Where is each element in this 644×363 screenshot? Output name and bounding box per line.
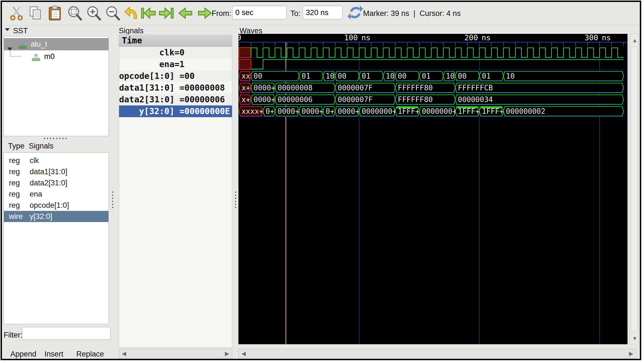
svg-text:FFFFFF80: FFFFFF80 — [398, 95, 433, 104]
go-to-start-icon[interactable] — [141, 5, 156, 22]
signal-value: =00 — [174, 70, 195, 82]
signal-browser-row[interactable]: regena — [4, 188, 108, 200]
pane-handle[interactable] — [235, 192, 236, 208]
signals-pane-title: Signals — [119, 27, 144, 35]
tree-connector — [10, 49, 21, 56]
sst-tree: alu_t m0 — [4, 36, 109, 136]
svg-text:10: 10 — [506, 72, 515, 80]
svg-text:00: 00 — [398, 72, 406, 80]
svg-text:00000034: 00000034 — [458, 95, 493, 104]
filter-input[interactable] — [22, 327, 110, 340]
copy-icon[interactable] — [28, 5, 43, 22]
svg-text:FFFFFF80: FFFFFF80 — [398, 84, 433, 92]
svg-text:1FFF+: 1FFF+ — [398, 107, 420, 115]
svg-text:00: 00 — [254, 72, 262, 80]
replace-button[interactable]: Replace — [76, 350, 104, 359]
signal-type: reg — [9, 200, 20, 211]
zoom-in-icon[interactable] — [86, 5, 101, 22]
svg-text:0000+: 0000+ — [254, 84, 275, 92]
signal-browser-row[interactable]: regdata2[31:0] — [4, 177, 108, 188]
svg-text:10: 10 — [446, 72, 454, 80]
pane-handle[interactable] — [44, 138, 67, 139]
gtkwave-window: From: To: Marker: 39 ns | Cursor: 4 ns S… — [1, 1, 641, 360]
wave-canvas[interactable]: 0100ns200ns300nsxx0001100001100001100001… — [238, 34, 628, 344]
scroll-up-icon[interactable]: ▲ — [632, 36, 638, 45]
svg-text:10: 10 — [326, 72, 334, 80]
signal-type: reg — [9, 177, 20, 188]
undo-icon[interactable] — [124, 5, 139, 22]
toolbar: From: To: Marker: 39 ns | Cursor: 4 ns — [2, 2, 640, 25]
waves-horizontal-scrollbar[interactable]: ◀ ▶ — [238, 349, 636, 358]
scroll-right-icon[interactable]: ▶ — [225, 349, 229, 358]
go-to-end-icon[interactable] — [158, 5, 174, 22]
signals-pane-row[interactable]: clk=0 — [119, 47, 232, 58]
signals-horizontal-scrollbar[interactable]: ◀ ▶ — [119, 349, 232, 358]
signal-type: reg — [9, 188, 20, 200]
svg-text:00000008: 00000008 — [278, 84, 312, 92]
sst-expander-icon[interactable] — [5, 27, 10, 32]
signal-browser-row[interactable]: regclk — [4, 155, 108, 166]
time-header[interactable]: Time — [119, 34, 232, 47]
sst-node-m0[interactable]: m0 — [4, 50, 108, 63]
signal-browser-row[interactable]: regopcode[1:0] — [4, 200, 108, 211]
svg-text:00000006: 00000006 — [278, 95, 312, 104]
svg-text:00: 00 — [338, 72, 346, 80]
go-left-icon[interactable] — [177, 5, 193, 22]
svg-text:0000000+: 0000000+ — [362, 107, 397, 115]
signals-pane-row[interactable]: data2[31:0] =00000006 — [119, 94, 232, 105]
scroll-right-icon[interactable]: ▶ — [629, 349, 633, 358]
signal-name: clk — [119, 47, 174, 58]
signal-type: reg — [9, 166, 20, 177]
signal-value: =0 — [174, 47, 184, 58]
zoom-out-icon[interactable] — [105, 5, 120, 22]
svg-text:0000+: 0000+ — [338, 107, 359, 115]
signal-browser-list: regclkregdata1[31:0]regdata2[31:0]regena… — [4, 152, 109, 324]
go-right-icon[interactable] — [197, 5, 213, 22]
svg-text:FFFFFFCB: FFFFFFCB — [458, 84, 493, 92]
paste-icon[interactable] — [47, 5, 63, 22]
scroll-left-icon[interactable]: ◀ — [122, 349, 126, 358]
append-button[interactable]: Append — [10, 350, 36, 359]
svg-text:01: 01 — [362, 72, 370, 80]
cut-icon[interactable] — [9, 5, 24, 22]
filter-label: Filter: — [4, 331, 23, 340]
svg-text:xxxx+: xxxx+ — [242, 107, 263, 115]
scroll-left-icon[interactable]: ◀ — [242, 349, 246, 358]
sst-node-alu_t[interactable]: alu_t — [4, 38, 108, 50]
signals-pane-row[interactable]: data1[31:0] =00000008 — [119, 82, 232, 94]
svg-text:01: 01 — [302, 72, 310, 80]
scroll-down-icon[interactable]: ▼ — [632, 334, 638, 343]
signal-browser-row[interactable]: regdata1[31:0] — [4, 166, 108, 177]
waves-vertical-scrollbar[interactable]: ▲ ▼ — [630, 34, 639, 344]
signals-pane-row[interactable]: ena=1 — [119, 58, 232, 70]
to-input[interactable] — [303, 6, 342, 19]
svg-text:x+: x+ — [242, 95, 250, 104]
reload-icon[interactable] — [347, 5, 363, 21]
svg-text:0+: 0+ — [266, 107, 274, 115]
module-icon — [32, 53, 40, 65]
zoom-fit-icon[interactable] — [67, 5, 82, 22]
signal-name: data2[31:0] — [30, 177, 67, 188]
insert-button[interactable]: Insert — [44, 350, 63, 359]
svg-text:0000007F: 0000007F — [338, 84, 373, 92]
signal-name: clk — [30, 155, 39, 166]
svg-text:ns: ns — [602, 34, 611, 42]
signals-list: clk=0ena=1opcode[1:0] =00data1[31:0] =00… — [119, 47, 232, 117]
signal-value: =1 — [174, 58, 184, 70]
pane-handle[interactable] — [112, 192, 113, 208]
scrollbar-thumb[interactable] — [631, 46, 638, 332]
from-label: From: — [212, 9, 231, 18]
svg-text:0000007F: 0000007F — [338, 95, 373, 104]
signals-pane-row[interactable]: opcode[1:0] =00 — [119, 70, 232, 82]
signals-column-header: Signals — [29, 142, 54, 150]
sst-title: SST — [13, 27, 28, 35]
svg-text:00: 00 — [458, 72, 467, 80]
signal-browser-row[interactable]: wirey[32:0] — [4, 211, 108, 222]
signal-value: =00000008 — [174, 82, 225, 94]
svg-text:01: 01 — [482, 72, 491, 80]
signal-name: y[32:0] — [30, 211, 52, 222]
from-input[interactable] — [232, 6, 287, 19]
tree-node-label: alu_t — [31, 38, 47, 50]
signals-pane-row[interactable]: y[32:0] =00000000E — [119, 105, 232, 117]
svg-text:ns: ns — [482, 34, 491, 42]
